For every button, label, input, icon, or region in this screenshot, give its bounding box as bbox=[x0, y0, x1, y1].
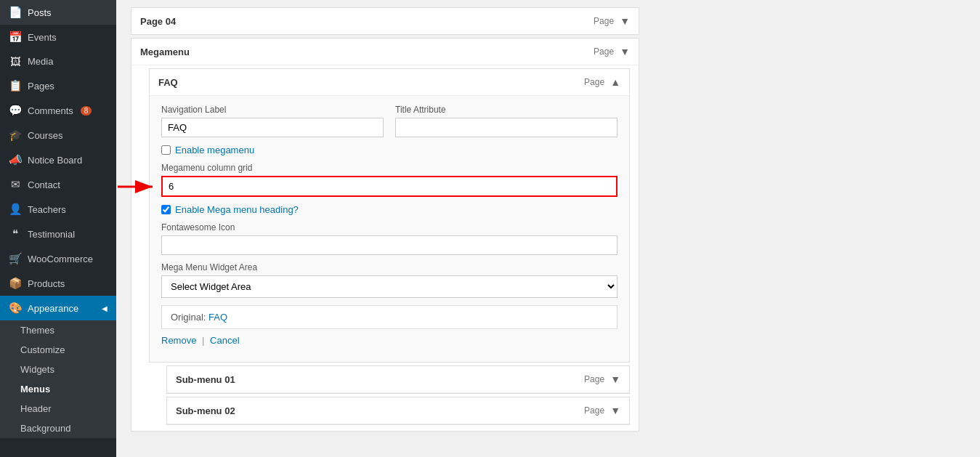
megamenu-column-grid-group: Megamenu column grid bbox=[161, 163, 617, 197]
sidebar-label-appearance: Appearance bbox=[28, 303, 78, 314]
submenu-item-widgets[interactable]: Widgets bbox=[0, 360, 116, 379]
enable-heading-label[interactable]: Enable Mega menu heading? bbox=[175, 204, 299, 215]
faq-container: FAQ Page ▲ Navigation Label bbox=[149, 68, 630, 425]
sidebar-item-media[interactable]: 🖼 Media bbox=[0, 49, 116, 73]
sidebar-item-teachers[interactable]: 👤 Teachers bbox=[0, 197, 116, 222]
products-icon: 📦 bbox=[9, 277, 22, 290]
posts-icon: 📄 bbox=[9, 6, 22, 19]
megamenu-controls: Page ▼ bbox=[594, 46, 630, 57]
faq-toggle-button[interactable]: ▲ bbox=[610, 76, 620, 88]
main-content: Page 04 Page ▼ Megamenu Page ▼ F bbox=[116, 0, 980, 457]
testimonial-icon: ❝ bbox=[9, 227, 22, 240]
sidebar-label-events: Events bbox=[28, 32, 57, 43]
submenu01-controls: Page ▼ bbox=[584, 373, 620, 385]
nav-label-group: Navigation Label bbox=[161, 105, 384, 137]
sidebar-label-teachers: Teachers bbox=[28, 204, 66, 215]
submenu-items-container: Sub-menu 01 Page ▼ Sub-menu 02 Page bbox=[166, 365, 630, 425]
sidebar-item-woocommerce[interactable]: 🛒 WooCommerce bbox=[0, 246, 116, 271]
sidebar-item-pages[interactable]: 📋 Pages bbox=[0, 73, 116, 98]
menu-row-submenu01: Sub-menu 01 Page ▼ bbox=[166, 365, 630, 394]
megamenu-column-label: Megamenu column grid bbox=[161, 163, 617, 173]
faq-expanded-content: Navigation Label Title Attribute Ena bbox=[150, 96, 629, 362]
sidebar-label-courses: Courses bbox=[28, 130, 62, 141]
page04-title: Page 04 bbox=[140, 16, 176, 27]
menu-row-page04-header[interactable]: Page 04 Page ▼ bbox=[131, 8, 639, 34]
submenu-item-background[interactable]: Background bbox=[0, 418, 116, 438]
sidebar-item-appearance[interactable]: 🎨 Appearance ◀ bbox=[0, 296, 116, 320]
submenu02-type: Page bbox=[584, 405, 604, 416]
submenu-item-header[interactable]: Header bbox=[0, 399, 116, 418]
menu-row-megamenu-header[interactable]: Megamenu Page ▼ bbox=[131, 39, 639, 65]
sidebar-item-noticeboard[interactable]: 📣 Notice Board bbox=[0, 147, 116, 172]
comments-icon: 💬 bbox=[9, 104, 22, 117]
sidebar-label-noticeboard: Notice Board bbox=[28, 155, 82, 166]
sidebar-label-media: Media bbox=[28, 56, 53, 67]
enable-heading-row: Enable Mega menu heading? bbox=[161, 204, 617, 215]
submenu02-toggle-button[interactable]: ▼ bbox=[610, 405, 620, 416]
courses-icon: 🎓 bbox=[9, 129, 22, 142]
sidebar-item-contact[interactable]: ✉ Contact bbox=[0, 172, 116, 197]
enable-megamenu-label[interactable]: Enable megamenu bbox=[175, 145, 254, 155]
original-link[interactable]: FAQ bbox=[208, 312, 227, 323]
sidebar-label-woocommerce: WooCommerce bbox=[28, 254, 93, 264]
sidebar-item-posts[interactable]: 📄 Posts bbox=[0, 0, 116, 25]
widget-area-group: Mega Menu Widget Area Select Widget Area bbox=[161, 262, 617, 298]
megamenu-toggle-button[interactable]: ▼ bbox=[620, 46, 630, 57]
sidebar-label-posts: Posts bbox=[28, 7, 52, 18]
title-attr-group: Title Attribute bbox=[395, 105, 617, 137]
action-separator: | bbox=[202, 335, 204, 346]
faq-header[interactable]: FAQ Page ▲ bbox=[150, 69, 629, 96]
sidebar-item-events[interactable]: 📅 Events bbox=[0, 25, 116, 49]
submenu01-toggle-button[interactable]: ▼ bbox=[610, 373, 620, 385]
page04-toggle-button[interactable]: ▼ bbox=[620, 15, 630, 27]
faq-type: Page bbox=[584, 77, 604, 87]
red-arrow-annotation bbox=[118, 176, 158, 198]
submenu02-title: Sub-menu 02 bbox=[176, 405, 235, 416]
faq-title: FAQ bbox=[158, 77, 178, 88]
sidebar-label-testimonial: Testimonial bbox=[28, 229, 75, 240]
woocommerce-icon: 🛒 bbox=[9, 252, 22, 265]
sidebar-item-comments[interactable]: 💬 Comments 8 bbox=[0, 98, 116, 123]
submenu-item-customize[interactable]: Customize bbox=[0, 340, 116, 360]
sidebar-item-products[interactable]: 📦 Products bbox=[0, 271, 116, 296]
sidebar-item-courses[interactable]: 🎓 Courses bbox=[0, 123, 116, 147]
fontawesome-label: Fontawesome Icon bbox=[161, 222, 617, 232]
submenu01-header[interactable]: Sub-menu 01 Page ▼ bbox=[167, 366, 629, 393]
submenu-item-menus[interactable]: Menus bbox=[0, 379, 116, 399]
enable-heading-checkbox[interactable] bbox=[161, 205, 171, 214]
nav-label-input[interactable] bbox=[161, 118, 384, 137]
sidebar-item-testimonial[interactable]: ❝ Testimonial bbox=[0, 222, 116, 246]
sidebar: 📄 Posts 📅 Events 🖼 Media 📋 Pages 💬 Comme… bbox=[0, 0, 116, 457]
submenu01-title: Sub-menu 01 bbox=[176, 374, 235, 385]
megamenu-column-input[interactable] bbox=[161, 176, 617, 197]
cancel-link[interactable]: Cancel bbox=[210, 335, 239, 346]
appearance-submenu: Themes Customize Widgets Menus Header Ba… bbox=[0, 320, 116, 438]
fontawesome-input[interactable] bbox=[161, 235, 617, 255]
faq-controls: Page ▲ bbox=[584, 76, 620, 88]
remove-link[interactable]: Remove bbox=[161, 335, 196, 346]
contact-icon: ✉ bbox=[9, 178, 22, 191]
fontawesome-group: Fontawesome Icon bbox=[161, 222, 617, 255]
noticeboard-icon: 📣 bbox=[9, 153, 22, 166]
sidebar-label-contact: Contact bbox=[28, 179, 60, 190]
sidebar-label-comments: Comments bbox=[28, 105, 73, 116]
submenu02-controls: Page ▼ bbox=[584, 405, 620, 416]
appearance-icon: 🎨 bbox=[9, 302, 22, 315]
title-attr-input[interactable] bbox=[395, 118, 617, 137]
widget-area-select[interactable]: Select Widget Area bbox=[161, 275, 617, 298]
submenu01-type: Page bbox=[584, 374, 604, 384]
menu-row-page04: Page 04 Page ▼ bbox=[131, 7, 639, 35]
widget-area-label: Mega Menu Widget Area bbox=[161, 262, 617, 272]
original-label: Original: bbox=[171, 312, 206, 323]
submenu02-header[interactable]: Sub-menu 02 Page ▼ bbox=[167, 397, 629, 424]
megamenu-type: Page bbox=[594, 46, 614, 57]
title-attr-label: Title Attribute bbox=[395, 105, 617, 115]
pages-icon: 📋 bbox=[9, 79, 22, 92]
enable-megamenu-checkbox[interactable] bbox=[161, 145, 171, 155]
events-icon: 📅 bbox=[9, 31, 22, 44]
submenu-item-themes[interactable]: Themes bbox=[0, 320, 116, 340]
arrow-annotation-wrap bbox=[161, 176, 617, 197]
comments-badge: 8 bbox=[81, 106, 92, 116]
menu-row-megamenu: Megamenu Page ▼ FAQ Page ▲ bbox=[131, 38, 639, 432]
nav-label-label: Navigation Label bbox=[161, 105, 384, 115]
